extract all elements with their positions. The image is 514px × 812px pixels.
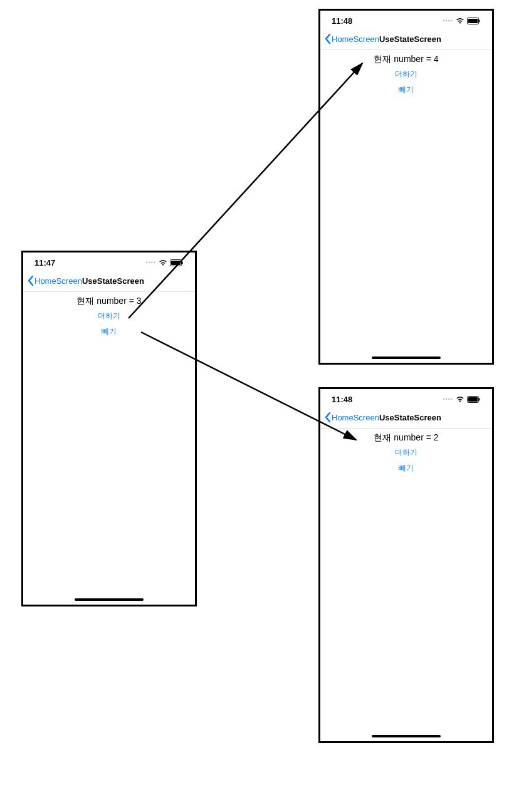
battery-icon — [467, 396, 481, 403]
wifi-icon — [159, 259, 167, 266]
nav-back-label[interactable]: HomeScreen — [34, 276, 82, 286]
screen-content: 현재 number = 2 더하기 빼기 — [320, 429, 492, 474]
home-indicator[interactable] — [75, 598, 144, 601]
status-time: 11:48 — [332, 16, 352, 26]
back-chevron-icon[interactable] — [27, 275, 34, 286]
svg-rect-5 — [480, 19, 481, 22]
number-display: 현재 number = 2 — [320, 432, 492, 444]
number-display: 현재 number = 3 — [23, 296, 195, 307]
status-bar: 11:48 •••• — [320, 389, 492, 407]
wifi-icon — [456, 396, 464, 402]
status-bar: 11:47 •••• — [23, 252, 195, 270]
status-indicators: •••• — [145, 259, 184, 266]
svg-rect-2 — [182, 261, 184, 264]
cellular-dots-icon: •••• — [443, 396, 453, 402]
svg-rect-4 — [468, 19, 478, 23]
cellular-dots-icon: •••• — [443, 18, 453, 24]
battery-icon — [170, 259, 184, 266]
nav-back-label[interactable]: HomeScreen — [332, 413, 379, 422]
phone-bottom-right: 11:48 •••• HomeScreen UseStateScreen 현재 … — [318, 387, 494, 743]
add-button[interactable]: 더하기 — [23, 311, 195, 321]
nav-title: UseStateScreen — [379, 413, 441, 422]
screen-content: 현재 number = 4 더하기 빼기 — [320, 50, 492, 95]
nav-title: UseStateScreen — [379, 34, 441, 44]
subtract-button[interactable]: 빼기 — [23, 326, 195, 337]
subtract-button[interactable]: 빼기 — [320, 463, 492, 474]
home-indicator[interactable] — [372, 357, 441, 359]
battery-icon — [467, 18, 481, 24]
nav-bar: HomeScreen UseStateScreen — [23, 270, 195, 292]
nav-bar: HomeScreen UseStateScreen — [320, 407, 492, 429]
phone-top-right: 11:48 •••• HomeScreen UseStateScreen 현재 … — [318, 9, 494, 365]
status-bar: 11:48 •••• — [320, 11, 492, 28]
nav-bar: HomeScreen UseStateScreen — [320, 28, 492, 50]
status-time: 11:48 — [332, 395, 352, 404]
status-indicators: •••• — [443, 396, 481, 403]
nav-back-label[interactable]: HomeScreen — [332, 34, 379, 44]
status-indicators: •••• — [443, 18, 481, 24]
screen-content: 현재 number = 3 더하기 빼기 — [23, 292, 195, 337]
home-indicator[interactable] — [372, 735, 441, 737]
nav-title: UseStateScreen — [82, 276, 144, 286]
back-chevron-icon[interactable] — [324, 33, 332, 44]
wifi-icon — [456, 18, 464, 24]
svg-rect-1 — [171, 261, 181, 265]
svg-rect-7 — [468, 397, 478, 402]
add-button[interactable]: 더하기 — [320, 447, 492, 458]
svg-rect-8 — [480, 398, 481, 400]
status-time: 11:47 — [34, 258, 55, 268]
phone-left: 11:47 •••• HomeScreen UseStateScreen 현재 … — [21, 251, 197, 606]
number-display: 현재 number = 4 — [320, 54, 492, 65]
subtract-button[interactable]: 빼기 — [320, 85, 492, 95]
cellular-dots-icon: •••• — [145, 259, 156, 266]
back-chevron-icon[interactable] — [324, 412, 332, 423]
add-button[interactable]: 더하기 — [320, 69, 492, 80]
